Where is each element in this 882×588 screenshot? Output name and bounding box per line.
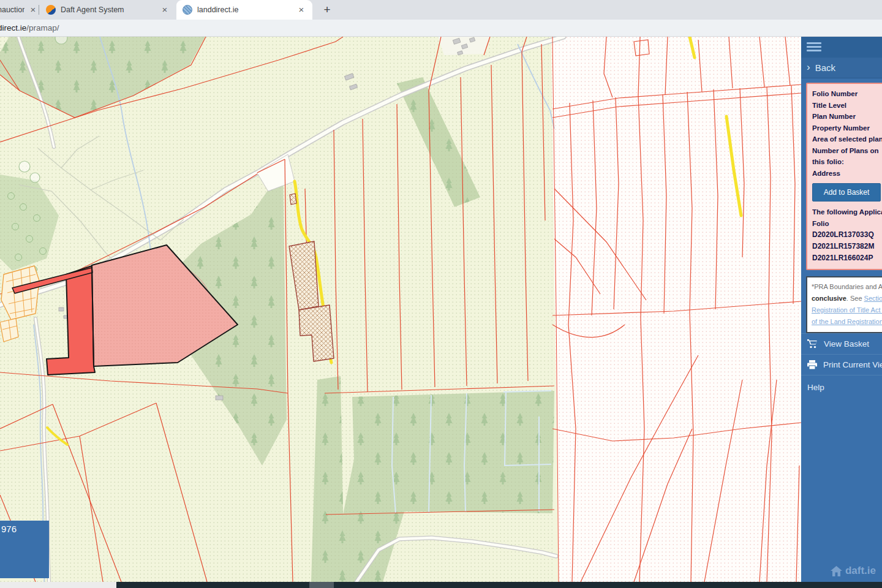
help-link[interactable]: Help bbox=[807, 383, 882, 392]
folio-field-line: this folio: bbox=[812, 156, 882, 168]
browser-tab-bar: nauction × Daft Agent System × landdirec… bbox=[0, 0, 882, 20]
bottom-task-strip bbox=[0, 582, 882, 588]
daft-house-icon bbox=[831, 566, 842, 576]
view-basket-button[interactable]: View Basket bbox=[801, 333, 882, 354]
pending-folio-number: D2021LR157382M bbox=[812, 241, 882, 252]
bottom-strip-segment bbox=[309, 582, 334, 588]
disclaimer-line: conclusive. See Section 85 of the bbox=[812, 293, 882, 304]
close-icon[interactable]: × bbox=[28, 5, 38, 15]
daft-watermark: daft.ie bbox=[831, 565, 876, 577]
tab-divider bbox=[39, 5, 39, 15]
folio-info-panel: Folio NumberTitle LevelPlan NumberProper… bbox=[806, 83, 882, 270]
pending-apps-heading: The following Applications are pending o… bbox=[812, 206, 882, 229]
disclaimer-link[interactable]: of the Land Registration Rules bbox=[812, 318, 882, 325]
folio-field-line: Property Number bbox=[812, 123, 882, 134]
folio-field-list: Folio NumberTitle LevelPlan NumberProper… bbox=[812, 88, 882, 179]
close-icon[interactable]: × bbox=[296, 5, 306, 15]
disclaimer-line: Registration of Title Act 1964 and bbox=[812, 304, 882, 316]
disclaimer-link[interactable]: Registration of Title Act 1964 and bbox=[812, 306, 882, 314]
tab-daft-label: Daft Agent System bbox=[61, 6, 156, 14]
daft-favicon-icon bbox=[46, 5, 56, 15]
pra-map[interactable] bbox=[0, 37, 801, 582]
pending-heading-line: Folio bbox=[812, 218, 882, 230]
tab-daft-agent-system[interactable]: Daft Agent System × bbox=[41, 0, 175, 20]
folio-field-line: Number of Plans on bbox=[812, 145, 882, 157]
folio-overlay-label: 976 bbox=[1, 524, 17, 534]
disclaimer-link[interactable]: Section 85 of the bbox=[864, 295, 882, 302]
tab-auction[interactable]: nauction × bbox=[0, 0, 38, 20]
tab-landdirect-active[interactable]: landdirect.ie × bbox=[176, 0, 312, 20]
disclaimer-line: *PRA Boundaries and Areas are not bbox=[812, 281, 882, 293]
pending-folio-number: D2020LR137033Q bbox=[812, 229, 882, 241]
disclaimer-line: of the Land Registration Rules bbox=[812, 316, 882, 328]
chevron-right-icon: › bbox=[807, 61, 810, 74]
pending-heading-line: The following Applications are pending o… bbox=[812, 206, 882, 218]
browser-window: nauction × Daft Agent System × landdirec… bbox=[0, 0, 882, 588]
folio-overlay-box: 976 bbox=[0, 521, 49, 578]
map-canvas[interactable] bbox=[0, 37, 801, 582]
sidebar-menu-bar bbox=[801, 37, 882, 58]
close-icon[interactable]: × bbox=[160, 5, 170, 15]
print-current-view-button[interactable]: Print Current View bbox=[801, 354, 882, 375]
folio-field-line: Plan Number bbox=[812, 111, 882, 123]
cart-icon bbox=[807, 339, 818, 349]
printer-icon bbox=[807, 360, 817, 369]
new-tab-button[interactable]: + bbox=[320, 2, 334, 17]
daft-watermark-label: daft.ie bbox=[845, 565, 876, 577]
url-bar[interactable]: direct.ie/pramap/ bbox=[0, 20, 882, 37]
print-current-view-label: Print Current View bbox=[823, 360, 882, 369]
right-townland bbox=[551, 37, 801, 582]
hamburger-menu-icon[interactable] bbox=[807, 42, 821, 53]
pending-folio-number: D2021LR166024P bbox=[812, 252, 882, 264]
tab-landdirect-label: landdirect.ie bbox=[197, 6, 293, 14]
add-to-basket-button[interactable]: Add to Basket bbox=[812, 183, 881, 202]
url-domain: direct.ie bbox=[0, 23, 26, 32]
url-path: /pramap/ bbox=[26, 23, 59, 32]
folio-field-line: Address bbox=[812, 168, 882, 179]
back-label: Back bbox=[815, 62, 835, 73]
tab-auction-label: nauction bbox=[0, 6, 24, 14]
divider bbox=[801, 375, 882, 375]
folio-field-line: Title Level bbox=[812, 100, 882, 111]
folio-field-line: Folio Number bbox=[812, 88, 882, 100]
landdirect-favicon-icon bbox=[183, 5, 192, 15]
pra-disclaimer-panel: *PRA Boundaries and Areas are notconclus… bbox=[806, 276, 882, 333]
map-sidebar: › Back Folio NumberTitle LevelPlan Numbe… bbox=[801, 37, 882, 582]
view-basket-label: View Basket bbox=[824, 339, 869, 349]
back-button[interactable]: › Back bbox=[801, 58, 882, 78]
bottom-strip-light bbox=[0, 582, 116, 588]
pending-folio-list: D2020LR137033QD2021LR157382MD2021LR16602… bbox=[812, 229, 882, 264]
folio-field-line: Area of selected plans bbox=[812, 134, 882, 145]
